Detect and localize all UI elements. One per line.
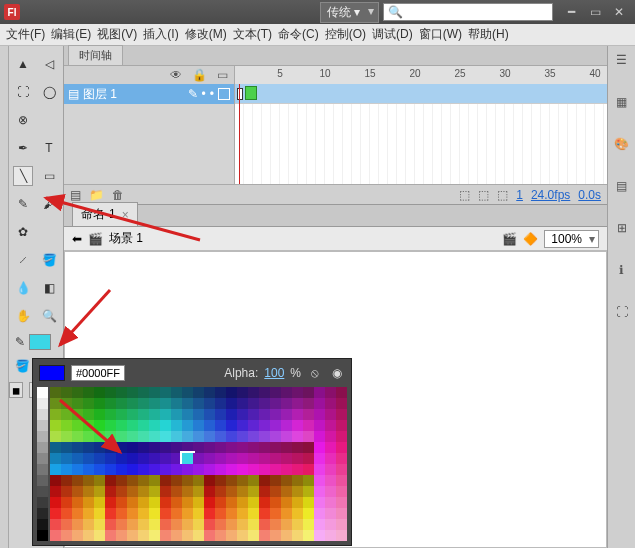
color-swatch-cell[interactable] [116,486,127,497]
color-swatch-cell[interactable] [116,519,127,530]
color-swatch-cell[interactable] [270,519,281,530]
color-swatch-cell[interactable] [105,530,116,541]
color-swatch-cell[interactable] [193,453,204,464]
3d-rotation-tool[interactable]: ◯ [39,82,59,102]
gray-swatch[interactable] [37,453,48,464]
color-swatch-cell[interactable] [83,431,94,442]
color-swatch-cell[interactable] [160,409,171,420]
scene-label[interactable]: 场景 1 [109,230,143,247]
color-swatch-cell[interactable] [226,431,237,442]
color-swatch-cell[interactable] [259,508,270,519]
color-swatch-cell[interactable] [171,442,182,453]
color-swatch-cell[interactable] [160,497,171,508]
color-swatch-cell[interactable] [182,442,193,453]
color-swatch-cell[interactable] [171,475,182,486]
color-swatch-cell[interactable] [127,398,138,409]
keyframe-1[interactable] [237,88,243,100]
onion-outlines-button[interactable]: ⬚ [478,188,489,202]
color-swatch-cell[interactable] [182,398,193,409]
color-swatch-cell[interactable] [61,398,72,409]
color-swatch-cell[interactable] [50,420,61,431]
workspace-selector[interactable]: 传统 ▾ [320,2,379,23]
color-swatch-cell[interactable] [193,475,204,486]
visibility-column-icon[interactable]: 👁 [170,68,182,82]
color-swatch-cell[interactable] [204,398,215,409]
color-swatch-cell[interactable] [270,387,281,398]
color-swatch-cell[interactable] [105,398,116,409]
color-swatch-cell[interactable] [270,508,281,519]
color-swatch-cell[interactable] [314,387,325,398]
color-swatch-cell[interactable] [83,442,94,453]
color-swatch-cell[interactable] [336,497,347,508]
color-swatch-cell[interactable] [303,497,314,508]
color-swatch-cell[interactable] [292,431,303,442]
color-swatch-cell[interactable] [116,530,127,541]
color-swatch-cell[interactable] [204,409,215,420]
gray-swatch[interactable] [37,508,48,519]
color-swatch-cell[interactable] [193,464,204,475]
color-swatch-cell[interactable] [61,431,72,442]
hex-input[interactable]: #0000FF [71,365,125,381]
color-swatch-cell[interactable] [105,508,116,519]
color-swatch-cell[interactable] [193,497,204,508]
color-swatch-cell[interactable] [105,519,116,530]
color-swatch-cell[interactable] [215,409,226,420]
color-swatch-cell[interactable] [204,530,215,541]
color-swatch-cell[interactable] [116,387,127,398]
color-swatch-cell[interactable] [215,486,226,497]
color-swatch-cell[interactable] [138,486,149,497]
gray-swatch[interactable] [37,530,48,541]
color-swatch-cell[interactable] [215,387,226,398]
color-swatch-cell[interactable] [182,508,193,519]
color-swatch-cell[interactable] [61,387,72,398]
color-swatch-cell[interactable] [237,519,248,530]
color-swatch-cell[interactable] [336,431,347,442]
color-swatch-cell[interactable] [160,475,171,486]
color-swatch-cell[interactable] [149,420,160,431]
timeline-tab[interactable]: 时间轴 [68,45,123,65]
color-swatch-cell[interactable] [281,475,292,486]
menu-debug[interactable]: 调试(D) [372,26,413,43]
color-swatch-cell[interactable] [50,519,61,530]
color-swatch-cell[interactable] [226,420,237,431]
timeline-ruler[interactable]: 510152025303540 [234,66,607,84]
color-swatch-cell[interactable] [61,475,72,486]
color-swatch-cell[interactable] [160,519,171,530]
color-swatch-cell[interactable] [325,497,336,508]
color-swatch-cell[interactable] [171,409,182,420]
align-panel-icon[interactable]: ⊞ [612,218,632,238]
properties-panel-icon[interactable]: ☰ [612,50,632,70]
color-swatch-cell[interactable] [336,398,347,409]
color-swatch-cell[interactable] [72,398,83,409]
color-swatch-cell[interactable] [160,431,171,442]
color-swatch-cell[interactable] [259,519,270,530]
color-swatch-cell[interactable] [314,530,325,541]
layer-outline-box[interactable] [218,88,230,100]
color-swatch-cell[interactable] [138,387,149,398]
color-swatch-cell[interactable] [325,442,336,453]
color-swatch-cell[interactable] [61,519,72,530]
menu-control[interactable]: 控制(O) [325,26,366,43]
color-swatch-cell[interactable] [72,442,83,453]
color-swatch-cell[interactable] [127,475,138,486]
color-swatch-cell[interactable] [259,442,270,453]
color-swatch-cell[interactable] [149,475,160,486]
color-swatch-cell[interactable] [182,453,193,464]
color-swatch-cell[interactable] [160,530,171,541]
color-swatch-cell[interactable] [248,497,259,508]
delete-layer-button[interactable]: 🗑 [112,188,124,202]
color-swatch-cell[interactable] [248,519,259,530]
color-swatch-cell[interactable] [248,464,259,475]
text-tool[interactable]: T [39,138,59,158]
color-swatch-cell[interactable] [336,409,347,420]
color-swatch-cell[interactable] [314,508,325,519]
menu-edit[interactable]: 编辑(E) [51,26,91,43]
color-swatch-cell[interactable] [248,442,259,453]
close-tab-icon[interactable]: × [122,208,129,222]
color-swatch-cell[interactable] [292,420,303,431]
eraser-tool[interactable]: ◧ [39,278,59,298]
color-swatch-cell[interactable] [83,387,94,398]
color-swatch-cell[interactable] [226,387,237,398]
color-swatch-cell[interactable] [94,486,105,497]
color-swatch-cell[interactable] [50,475,61,486]
